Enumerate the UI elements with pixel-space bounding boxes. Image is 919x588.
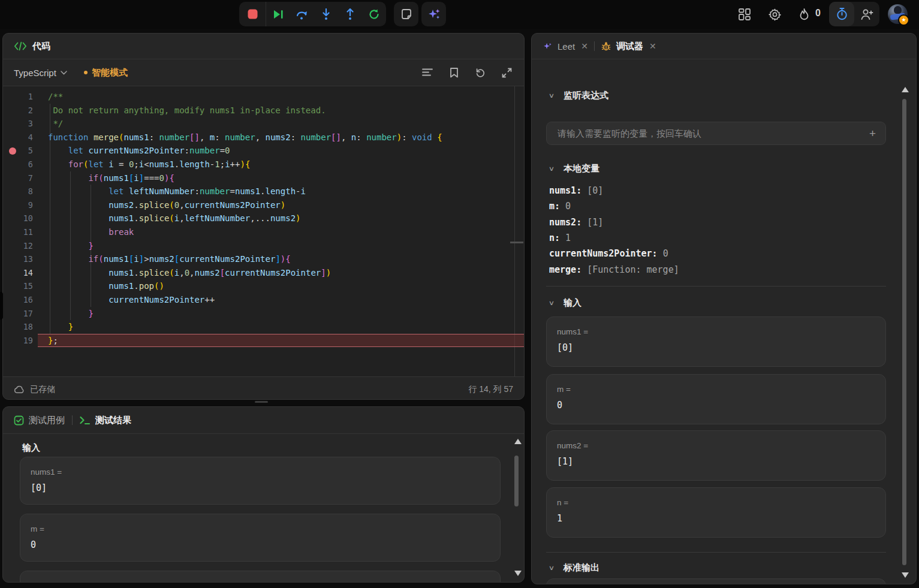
reset-code-button[interactable] xyxy=(474,66,487,79)
stop-debug-button[interactable] xyxy=(239,2,266,26)
expand-editor-button[interactable] xyxy=(500,66,513,79)
invite-button[interactable] xyxy=(854,2,879,26)
smart-mode-toggle[interactable]: 智能模式 xyxy=(84,67,128,79)
variable-name: merge: xyxy=(549,264,581,275)
code-line[interactable]: 15 nums1.pop() xyxy=(3,279,524,293)
scroll-down-arrow[interactable] xyxy=(514,571,522,576)
code-line[interactable]: 17 } xyxy=(3,307,524,321)
code-editor[interactable]: 1/**2 Do not return anything, modify num… xyxy=(3,86,524,376)
continue-icon xyxy=(272,9,284,20)
watch-expression-field[interactable]: + xyxy=(546,122,886,145)
stop-icon xyxy=(247,8,258,20)
input-card-label: n = xyxy=(557,498,875,507)
line-number[interactable]: 10 xyxy=(3,212,40,225)
line-number[interactable]: 11 xyxy=(3,225,40,239)
line-number[interactable]: 9 xyxy=(3,198,40,212)
line-number[interactable]: 14 xyxy=(3,266,40,280)
line-number[interactable]: 4 xyxy=(3,131,40,144)
close-tab-leet-icon[interactable]: ✕ xyxy=(581,41,588,51)
add-watch-icon[interactable]: + xyxy=(869,127,876,140)
code-line-text: nums2.splice(0,currentNums2Pointer) xyxy=(40,198,285,212)
debugger-scrollbar-thumb[interactable] xyxy=(902,99,906,565)
continue-button[interactable] xyxy=(266,2,290,26)
code-line[interactable]: 2 Do not return anything, modify nums1 i… xyxy=(3,104,524,117)
app-window: { "topbar": { "controls": [ {"name":"sto… xyxy=(0,0,919,588)
code-line[interactable]: 4function merge(nums1: number[], m: numb… xyxy=(3,131,524,144)
input-card: m =0 xyxy=(546,374,886,424)
locals-section-header[interactable]: ∨ 本地变量 xyxy=(532,161,599,176)
line-number[interactable]: 5 xyxy=(3,144,40,158)
code-line[interactable]: 3 */ xyxy=(3,117,524,131)
line-number[interactable]: 7 xyxy=(3,171,40,185)
watch-expression-input[interactable] xyxy=(556,128,869,139)
code-line[interactable]: 9 nums2.splice(0,currentNums2Pointer) xyxy=(3,198,524,212)
leet-sparkle-icon xyxy=(543,41,553,52)
smart-mode-label: 智能模式 xyxy=(92,67,128,79)
tab-debugger[interactable]: 调试器 ✕ xyxy=(601,41,656,52)
scroll-up-arrow[interactable] xyxy=(902,87,909,92)
code-line[interactable]: 6 for(let i = 0;i<nums1.length-1;i++){ xyxy=(3,158,524,171)
user-avatar[interactable]: ★ xyxy=(888,4,908,24)
ai-assistant-button[interactable] xyxy=(421,2,446,26)
variable-value: 0 xyxy=(565,201,571,212)
test-input-card: nums1 =[0] xyxy=(20,457,501,505)
scroll-down-arrow[interactable] xyxy=(902,572,909,578)
code-line[interactable]: 10 nums1.splice(i,leftNumNumber,...nums2… xyxy=(3,212,524,225)
code-line[interactable]: 14 nums1.splice(i,0,nums2[currentNums2Po… xyxy=(3,266,524,280)
code-line[interactable]: 18 } xyxy=(3,320,524,334)
code-line[interactable]: 12 } xyxy=(3,239,524,253)
tab-leet[interactable]: Leet ✕ xyxy=(543,41,588,52)
watch-section-header[interactable]: ∨ 监听表达式 xyxy=(532,88,608,102)
notes-button[interactable] xyxy=(394,2,418,26)
step-out-button[interactable] xyxy=(338,2,362,26)
line-number[interactable]: 8 xyxy=(3,185,40,198)
line-number[interactable]: 19 xyxy=(3,334,40,348)
code-line[interactable]: 8 let leftNumNumber:number=nums1.length-… xyxy=(3,185,524,198)
editor-ruler xyxy=(514,86,515,376)
tab-test-result[interactable]: 测试结果 xyxy=(80,415,131,426)
code-line[interactable]: 13 if(nums1[i]>nums2[currentNums2Pointer… xyxy=(3,252,524,266)
code-line[interactable]: 5 let currentNums2Pointer:number=0 xyxy=(3,144,524,158)
code-line[interactable]: 7 if(nums1[i]===0){ xyxy=(3,171,524,185)
tab-divider xyxy=(72,415,73,425)
tab-test-cases[interactable]: 测试用例 xyxy=(14,415,65,426)
line-number[interactable]: 2 xyxy=(3,104,40,117)
bookmark-button[interactable] xyxy=(447,66,460,79)
code-line[interactable]: 1/** xyxy=(3,90,524,104)
code-line[interactable]: 16 currentNums2Pointer++ xyxy=(3,293,524,307)
line-number[interactable]: 16 xyxy=(3,293,40,307)
breakpoint-icon[interactable] xyxy=(9,147,16,155)
close-tab-debugger-icon[interactable]: ✕ xyxy=(649,41,656,51)
saved-status: 已存储 xyxy=(30,384,55,395)
settings-button[interactable] xyxy=(767,7,782,22)
line-number[interactable]: 17 xyxy=(3,307,40,321)
code-line-text: */ xyxy=(40,117,63,131)
stdout-section-header[interactable]: ∨ 标准输出 xyxy=(532,560,599,575)
line-number[interactable]: 1 xyxy=(3,90,40,104)
code-line-text: break xyxy=(40,225,134,239)
code-line[interactable]: 11 break xyxy=(3,225,524,239)
line-number[interactable]: 6 xyxy=(3,158,40,171)
input-section-header[interactable]: ∨ 输入 xyxy=(532,295,581,310)
scroll-up-arrow[interactable] xyxy=(514,439,522,444)
line-number[interactable]: 15 xyxy=(3,279,40,293)
restart-icon xyxy=(368,8,380,20)
step-into-button[interactable] xyxy=(314,2,338,26)
timer-button[interactable] xyxy=(829,2,854,26)
local-variable-row: n:1 xyxy=(549,230,571,246)
layout-button[interactable] xyxy=(737,7,752,22)
line-number[interactable]: 18 xyxy=(3,320,40,334)
restart-button[interactable] xyxy=(362,2,386,26)
line-number[interactable]: 3 xyxy=(3,117,40,131)
streak-button[interactable] xyxy=(796,7,812,22)
debug-controls-group xyxy=(239,2,386,26)
step-over-button[interactable] xyxy=(290,2,314,26)
stopwatch-icon xyxy=(836,7,848,21)
line-number[interactable]: 12 xyxy=(3,239,40,253)
format-code-button[interactable] xyxy=(421,66,434,79)
language-select[interactable]: TypeScript xyxy=(14,68,67,78)
test-scrollbar-thumb[interactable] xyxy=(514,456,519,506)
line-number[interactable]: 13 xyxy=(3,252,40,266)
panel-resize-handle[interactable] xyxy=(255,401,268,403)
tab-test-cases-label: 测试用例 xyxy=(29,415,65,426)
